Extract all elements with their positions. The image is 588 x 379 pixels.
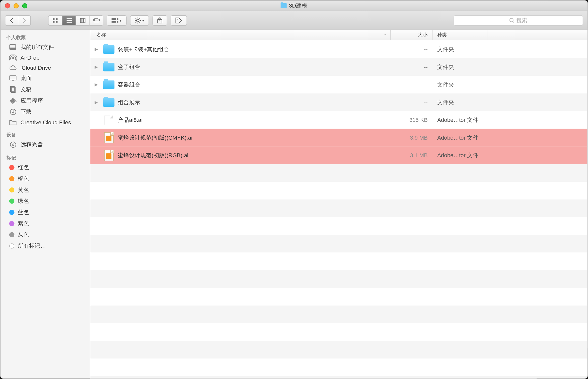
sidebar-item-label: 紫色 bbox=[18, 220, 29, 227]
column-size[interactable]: 大小 bbox=[391, 30, 433, 40]
nav-buttons bbox=[5, 15, 31, 25]
svg-rect-5 bbox=[66, 20, 72, 21]
folder-icon bbox=[103, 98, 115, 107]
table-row[interactable]: ▶ 容器组合 -- 文件夹 bbox=[90, 76, 587, 93]
sidebar-item-apps[interactable]: 应用程序 bbox=[1, 95, 90, 106]
svg-point-45 bbox=[10, 142, 16, 147]
disclosure-triangle-icon[interactable]: ▶ bbox=[93, 82, 100, 87]
sidebar-tag[interactable]: 橙色 bbox=[1, 173, 90, 184]
coverflow-view-button[interactable] bbox=[90, 15, 103, 25]
ai-file-icon bbox=[104, 150, 114, 161]
tag-dot-icon bbox=[9, 210, 15, 215]
sidebar-item-label: 桌面 bbox=[21, 74, 32, 82]
file-kind: Adobe…tor 文件 bbox=[433, 116, 487, 124]
sort-indicator-icon: ⌃ bbox=[383, 33, 387, 37]
sidebar-item-label: iCloud Drive bbox=[21, 64, 51, 71]
svg-rect-10 bbox=[95, 18, 98, 21]
folder-icon bbox=[103, 45, 115, 53]
search-placeholder: 搜索 bbox=[516, 16, 528, 24]
sidebar-item-disc[interactable]: 远程光盘 bbox=[1, 139, 90, 150]
disclosure-triangle-icon[interactable]: ▶ bbox=[93, 47, 100, 52]
sidebar-item-folder[interactable]: Creative Cloud Files bbox=[1, 118, 90, 128]
table-row[interactable]: 蜜蜂设计规范(初版)(RGB).ai 3.1 MB Adobe…tor 文件 bbox=[90, 146, 587, 164]
sidebar-item-label: Creative Cloud Files bbox=[21, 119, 71, 126]
sidebar-item-label: 橙色 bbox=[18, 175, 29, 183]
apps-icon bbox=[9, 98, 17, 104]
svg-rect-2 bbox=[53, 21, 54, 23]
sidebar-tag[interactable]: 黄色 bbox=[1, 184, 90, 196]
table-row[interactable]: ▶ 袋装+卡装+其他组合 -- 文件夹 bbox=[90, 40, 587, 58]
forward-button[interactable] bbox=[18, 15, 31, 25]
table-row[interactable]: 产品ai8.ai 315 KB Adobe…tor 文件 bbox=[90, 111, 587, 129]
disclosure-triangle-icon[interactable]: ▶ bbox=[93, 64, 100, 69]
file-size: -- bbox=[391, 64, 433, 70]
file-name: 产品ai8.ai bbox=[118, 116, 142, 124]
table-row[interactable]: ▶ 组合展示 -- 文件夹 bbox=[90, 93, 587, 111]
svg-rect-4 bbox=[66, 18, 72, 19]
sidebar-item-documents[interactable]: 文稿 bbox=[1, 84, 90, 95]
search-field[interactable]: 搜索 bbox=[454, 15, 583, 25]
table-row[interactable]: ▶ 盒子组合 -- 文件夹 bbox=[90, 58, 587, 76]
folder-icon bbox=[9, 120, 17, 126]
share-button[interactable] bbox=[153, 15, 167, 25]
folder-icon bbox=[281, 3, 287, 8]
tag-dot-icon bbox=[9, 221, 15, 226]
file-kind: Adobe…tor 文件 bbox=[433, 151, 487, 159]
search-icon bbox=[509, 18, 514, 23]
column-kind[interactable]: 种类 bbox=[433, 30, 487, 40]
sidebar-item-label: 绿色 bbox=[18, 197, 29, 205]
svg-rect-8 bbox=[82, 18, 83, 22]
svg-point-38 bbox=[12, 57, 14, 59]
tag-dot-icon bbox=[9, 176, 15, 181]
sidebar-item-airdrop[interactable]: AirDrop bbox=[1, 53, 90, 63]
svg-rect-6 bbox=[66, 22, 72, 22]
folder-icon bbox=[103, 80, 115, 89]
arrange-button[interactable]: ▾ bbox=[107, 15, 127, 25]
ai-file-icon bbox=[104, 132, 114, 143]
column-name[interactable]: 名称 ⌃ bbox=[90, 30, 391, 40]
sidebar-tag[interactable]: 红色 bbox=[1, 162, 90, 173]
sidebar-tag[interactable]: 蓝色 bbox=[1, 207, 90, 218]
view-mode-segment bbox=[48, 15, 103, 25]
file-name: 蜜蜂设计规范(初版)(RGB).ai bbox=[118, 151, 188, 159]
sidebar-item-downloads[interactable]: 下载 bbox=[1, 106, 90, 118]
documents-icon bbox=[9, 86, 17, 92]
sidebar-tag[interactable]: 绿色 bbox=[1, 196, 90, 207]
icon-view-button[interactable] bbox=[48, 15, 62, 25]
file-kind: 文件夹 bbox=[433, 63, 487, 71]
sidebar-item-cloud[interactable]: iCloud Drive bbox=[1, 63, 90, 73]
sidebar-item-label: AirDrop bbox=[21, 55, 40, 61]
svg-line-28 bbox=[139, 18, 140, 19]
svg-rect-39 bbox=[10, 76, 16, 80]
tags-button[interactable] bbox=[171, 15, 187, 25]
table-row[interactable]: 蜜蜂设计规范(初版)(CMYK).ai 3.9 MB Adobe…tor 文件 bbox=[90, 129, 587, 146]
action-button[interactable]: ▾ bbox=[130, 15, 149, 25]
sidebar-item-all-files[interactable]: 我的所有文件 bbox=[1, 42, 90, 53]
sidebar-item-label: 灰色 bbox=[18, 231, 29, 239]
svg-rect-13 bbox=[94, 22, 99, 22]
airdrop-icon bbox=[9, 55, 17, 61]
file-size: 3.1 MB bbox=[391, 152, 433, 158]
svg-rect-3 bbox=[56, 21, 57, 23]
file-size: -- bbox=[391, 81, 433, 88]
back-button[interactable] bbox=[5, 15, 18, 25]
svg-rect-0 bbox=[53, 18, 54, 20]
list-view-button[interactable] bbox=[62, 15, 76, 25]
column-view-button[interactable] bbox=[76, 15, 90, 25]
tag-dot-icon bbox=[9, 187, 15, 193]
file-kind: 文件夹 bbox=[433, 81, 487, 88]
tag-dot-icon bbox=[9, 243, 15, 249]
titlebar: 3D建模 bbox=[1, 1, 587, 11]
file-size: 3.9 MB bbox=[391, 134, 433, 141]
file-rows: ▶ 袋装+卡装+其他组合 -- 文件夹 ▶ 盒子组合 -- 文件夹 ▶ 容器组合… bbox=[90, 40, 587, 378]
svg-rect-19 bbox=[117, 21, 118, 23]
file-name: 容器组合 bbox=[118, 81, 140, 88]
disclosure-triangle-icon[interactable]: ▶ bbox=[93, 100, 100, 105]
sidebar-item-desktop[interactable]: 桌面 bbox=[1, 73, 90, 84]
sidebar-item-label: 我的所有文件 bbox=[21, 43, 54, 51]
chevron-down-icon: ▾ bbox=[142, 18, 144, 22]
sidebar-tag[interactable]: 紫色 bbox=[1, 218, 90, 229]
sidebar-tag[interactable]: 所有标记… bbox=[1, 240, 90, 252]
sidebar-tag[interactable]: 灰色 bbox=[1, 229, 90, 240]
downloads-icon bbox=[9, 109, 17, 115]
